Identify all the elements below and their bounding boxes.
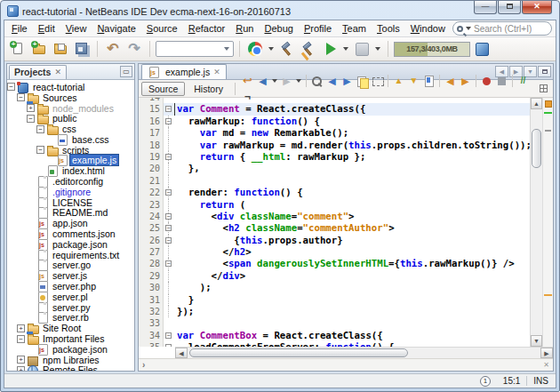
jump-forward-icon[interactable]: ▶ bbox=[279, 74, 294, 88]
menu-item-debug[interactable]: Debug bbox=[259, 22, 298, 35]
code-line-15[interactable]: 15−var Comment = React.createClass({ bbox=[139, 103, 530, 115]
scroll-up-icon[interactable]: ▲ bbox=[531, 98, 542, 109]
code-line-19[interactable]: 19− return { __html: rawMarkup }; bbox=[139, 151, 530, 163]
code-fold-icon[interactable]: − bbox=[165, 106, 172, 112]
menu-item-run[interactable]: Run bbox=[230, 22, 259, 35]
menu-item-refactor[interactable]: Refactor bbox=[183, 22, 231, 35]
code-line-16[interactable]: 16− rawMarkup: function() { bbox=[139, 116, 530, 127]
stop-macro-icon[interactable] bbox=[494, 74, 509, 88]
highlight-search-icon[interactable] bbox=[355, 74, 370, 88]
tree-item--editorconfig[interactable]: .editorconfig bbox=[7, 176, 134, 187]
open-project-icon[interactable] bbox=[51, 39, 70, 59]
expand-icon[interactable]: + bbox=[17, 324, 25, 332]
tree-item-server-go[interactable]: server.go bbox=[7, 260, 134, 271]
tree-item-example-js[interactable]: example.js bbox=[7, 156, 134, 166]
editor-tab-example-js[interactable]: example.js ✕ bbox=[141, 64, 227, 79]
tree-item-server-py[interactable]: server.py bbox=[7, 302, 134, 313]
previous-bookmark-icon[interactable]: ▲ bbox=[391, 74, 406, 88]
code-line-30[interactable]: 30 ); bbox=[139, 282, 530, 293]
menu-item-navigate[interactable]: Navigate bbox=[92, 22, 140, 35]
maximize-editor-icon[interactable] bbox=[538, 66, 551, 77]
expand-icon[interactable]: + bbox=[27, 104, 35, 112]
code-fold-icon[interactable]: − bbox=[165, 154, 172, 160]
code-line-23[interactable]: 23 return ( bbox=[139, 199, 530, 211]
find-previous-icon[interactable]: ◀ bbox=[324, 74, 340, 88]
close-button[interactable]: ✕ bbox=[522, 1, 552, 14]
tree-item-base-css[interactable]: base.css bbox=[7, 134, 134, 145]
save-all-icon[interactable] bbox=[72, 39, 92, 59]
menu-item-file[interactable]: File bbox=[6, 22, 33, 35]
error-stripe[interactable] bbox=[542, 98, 553, 347]
build-icon[interactable] bbox=[277, 39, 297, 59]
breadcrumb-close-icon[interactable]: ✕ bbox=[543, 361, 549, 369]
collapse-icon[interactable]: − bbox=[7, 83, 15, 91]
shift-left-icon[interactable]: ◀ bbox=[443, 74, 458, 88]
tree-item-readme-md[interactable]: README.md bbox=[7, 208, 134, 219]
code-scroll[interactable]: 1415−var Comment = React.createClass({16… bbox=[139, 98, 530, 347]
scroll-right-icon[interactable]: ▶ bbox=[540, 348, 553, 358]
tree-item-license[interactable]: LICENSE bbox=[7, 197, 134, 208]
stripe-mark[interactable] bbox=[545, 130, 551, 132]
redo-icon[interactable]: ↷ bbox=[124, 39, 144, 59]
dropdown-arrow-icon[interactable] bbox=[268, 47, 274, 51]
dropdown-arrow-icon[interactable] bbox=[272, 79, 277, 83]
menu-item-view[interactable]: View bbox=[60, 22, 92, 35]
code-fold-icon[interactable]: − bbox=[165, 118, 172, 124]
caret-mark[interactable] bbox=[544, 112, 552, 114]
tree-item-index-html[interactable]: index.html bbox=[7, 165, 134, 176]
expand-icon[interactable]: + bbox=[17, 366, 25, 371]
collapse-icon[interactable]: − bbox=[17, 335, 25, 343]
warning-status-icon[interactable] bbox=[545, 100, 552, 108]
code-line-20[interactable]: 20 }, bbox=[139, 163, 530, 174]
memory-monitor[interactable]: 157,3/403,0MB bbox=[394, 42, 470, 57]
projects-tab[interactable]: Projects ✕ bbox=[9, 65, 67, 79]
search-dropdown-icon[interactable] bbox=[466, 27, 471, 30]
warning-mark[interactable] bbox=[544, 294, 552, 296]
collapse-icon[interactable]: − bbox=[36, 146, 44, 154]
tree-item-server-pl[interactable]: server.pl bbox=[7, 292, 134, 302]
history-view-button[interactable]: History bbox=[187, 82, 230, 96]
menu-item-edit[interactable]: Edit bbox=[33, 22, 60, 35]
code-line-29[interactable]: 29 </div> bbox=[139, 270, 530, 282]
dropdown-arrow-icon[interactable] bbox=[296, 79, 301, 83]
tree-item-app-json[interactable]: app.json bbox=[7, 218, 134, 228]
close-tab-icon[interactable]: ✕ bbox=[213, 68, 220, 76]
dropdown-arrow-icon[interactable] bbox=[343, 47, 348, 51]
code-line-32[interactable]: 32}); bbox=[139, 306, 530, 317]
code-line-27[interactable]: 27 </h2> bbox=[139, 246, 530, 258]
code-line-34[interactable]: 34−var CommentBox = React.createClass({ bbox=[139, 330, 530, 341]
code-line-26[interactable]: 26− {this.props.author} bbox=[139, 235, 530, 246]
shift-right-icon[interactable]: ▶ bbox=[458, 74, 473, 88]
dropdown-arrow-icon[interactable] bbox=[375, 47, 380, 51]
jump-back-icon[interactable]: ◀ bbox=[255, 74, 270, 88]
code-fold-icon[interactable]: − bbox=[165, 237, 172, 244]
code-line-24[interactable]: 24− <div className="comment"> bbox=[139, 211, 530, 222]
tree-item-comments-json[interactable]: comments.json bbox=[7, 228, 134, 239]
find-next-icon[interactable]: ▶ bbox=[340, 74, 355, 88]
code-line-31[interactable]: 31 } bbox=[139, 294, 530, 306]
code-line-18[interactable]: 18 var rawMarkup = md.render(this.props.… bbox=[139, 140, 530, 151]
minimize-panel-button[interactable]: ▭ bbox=[120, 66, 132, 77]
vertical-scroll-thumb[interactable] bbox=[532, 129, 541, 168]
collapse-icon[interactable]: − bbox=[17, 93, 25, 101]
tree-item--gitignore[interactable]: .gitignore bbox=[7, 187, 134, 197]
search-input[interactable]: Search (Ctrl+I) bbox=[474, 24, 532, 34]
code-fold-icon[interactable]: − bbox=[165, 260, 172, 267]
tree-item-package-json[interactable]: package.json bbox=[7, 239, 134, 250]
code-fold-icon[interactable]: − bbox=[165, 213, 172, 220]
code-line-33[interactable]: 33 bbox=[139, 317, 530, 329]
code-fold-icon[interactable]: − bbox=[165, 344, 172, 347]
collapse-icon[interactable]: − bbox=[36, 125, 44, 133]
tree-item-node-modules[interactable]: +node_modules bbox=[7, 103, 134, 114]
debug-icon[interactable] bbox=[352, 39, 372, 59]
tree-item-important-files[interactable]: −Important Files bbox=[7, 333, 134, 344]
close-icon[interactable]: ✕ bbox=[54, 68, 61, 76]
code-fold-icon[interactable]: − bbox=[165, 332, 172, 339]
browser-chrome-icon[interactable] bbox=[245, 39, 265, 59]
source-view-button[interactable]: Source bbox=[141, 82, 185, 96]
code-line-28[interactable]: 28− <span dangerouslySetInnerHTML={this.… bbox=[139, 258, 530, 269]
menu-item-team[interactable]: Team bbox=[337, 22, 372, 35]
code-fold-icon[interactable]: − bbox=[165, 225, 172, 231]
scroll-left-icon[interactable]: ◀ bbox=[175, 348, 188, 358]
collapse-icon[interactable]: − bbox=[27, 115, 35, 123]
